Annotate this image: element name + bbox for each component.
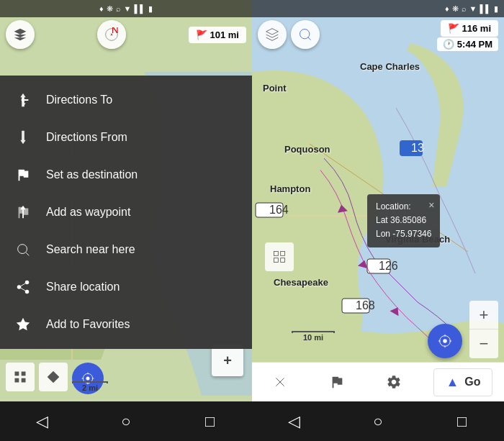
settings-toolbar-button[interactable]	[377, 365, 411, 399]
svg-point-20	[86, 377, 90, 381]
scale-bar-left: 2 mi	[72, 381, 108, 392]
status-bar-right: ♦ ❋ ⌕ ▼ ▌▌ ▮	[252, 0, 504, 17]
nav-bar-left: ◁ ○ □	[0, 401, 252, 441]
battery-icon: ▮	[148, 4, 153, 14]
map-grid-button[interactable]	[265, 242, 294, 271]
svg-text:164: 164	[269, 204, 289, 216]
clock-icon: 🕐	[443, 39, 454, 50]
layers-button-right[interactable]	[258, 20, 287, 49]
menu-item-add-favorites[interactable]: Add to Favorites	[0, 306, 252, 343]
recent-button-left[interactable]: □	[193, 404, 228, 439]
home-button-left[interactable]: ○	[109, 404, 143, 439]
location-button-right[interactable]	[428, 324, 462, 358]
set-destination-label: Set as destination	[46, 168, 138, 181]
svg-rect-19	[22, 378, 26, 383]
flag-icon-left: 🚩	[196, 29, 207, 40]
zoom-out-button-right[interactable]: −	[469, 329, 498, 358]
key-icon: ⌕	[116, 4, 121, 13]
layers-bottom-button[interactable]	[6, 363, 35, 391]
share-location-label: Share location	[46, 281, 120, 294]
menu-item-search-near[interactable]: Search near here	[0, 231, 252, 268]
add-favorites-icon	[14, 316, 32, 333]
distance-value-right: 116 mi	[462, 23, 491, 34]
battery-icon-right: ▮	[494, 4, 498, 14]
back-button-left[interactable]: ◁	[24, 404, 59, 439]
bluetooth-icon-right: ❋	[452, 4, 459, 14]
svg-text:168: 168	[356, 299, 375, 312]
svg-point-36	[300, 29, 310, 39]
svg-rect-16	[15, 372, 19, 376]
svg-line-14	[21, 288, 25, 291]
search-near-icon	[14, 241, 32, 258]
svg-rect-18	[15, 378, 19, 383]
time-value: 5:44 PM	[457, 39, 492, 50]
signal-icon-right: ▌▌	[480, 4, 491, 13]
directions-from-icon	[14, 129, 32, 146]
go-label: Go	[464, 376, 480, 388]
location-popup: × Location: Lat 36.85086 Lon -75.97346	[367, 194, 440, 247]
right-map-panel: 13 164 168 126 ♦ ❋ ⌕ ▼ ▌▌ ▮	[252, 0, 504, 441]
left-map-panel: ♦ ❋ ⌕ ▼ ▌▌ ▮ N 🚩 101 mi	[0, 0, 252, 441]
plus-icon-left: +	[223, 353, 232, 369]
status-bar-left: ♦ ❋ ⌕ ▼ ▌▌ ▮	[0, 0, 252, 17]
flag-toolbar-button[interactable]	[320, 365, 354, 399]
signal-icon: ▌▌	[134, 4, 145, 13]
svg-text:N: N	[112, 27, 119, 35]
bottom-toolbar-right: ▲ Go	[252, 362, 504, 401]
scale-text-left: 2 mi	[82, 383, 98, 392]
location-search-button[interactable]	[291, 20, 320, 49]
go-arrow-icon: ▲	[446, 375, 459, 390]
svg-point-42	[443, 339, 447, 343]
svg-line-10	[26, 253, 29, 255]
bluetooth-icon: ❋	[107, 4, 113, 14]
diamond-button[interactable]	[39, 363, 68, 391]
svg-line-15	[21, 283, 25, 286]
menu-item-set-destination[interactable]: Set as destination	[0, 156, 252, 194]
zoom-in-button-right[interactable]: +	[469, 301, 498, 329]
svg-text:126: 126	[379, 260, 398, 272]
scale-bar-right: 10 mi	[292, 331, 335, 342]
svg-rect-39	[281, 252, 285, 256]
context-menu: Directions To Directions From Set as des…	[0, 76, 252, 349]
back-button-right[interactable]: ◁	[276, 404, 311, 439]
wifi-icon: ▼	[124, 4, 132, 13]
top-bar-left: N 🚩 101 mi	[0, 17, 252, 52]
svg-point-13	[25, 290, 30, 294]
gps-icon: ♦	[99, 4, 104, 13]
menu-item-directions-to[interactable]: Directions To	[0, 81, 252, 119]
distance-badge-right: 🚩 116 mi	[441, 20, 498, 37]
svg-text:13: 13	[411, 142, 424, 154]
svg-point-12	[17, 285, 22, 289]
distance-badge-left: 🚩 101 mi	[189, 27, 246, 43]
add-waypoint-label: Add as waypoint	[46, 206, 130, 219]
zoom-in-button-left[interactable]: +	[212, 345, 243, 376]
time-badge: 🕐 5:44 PM	[437, 37, 498, 51]
search-near-label: Search near here	[46, 243, 135, 256]
svg-rect-40	[274, 258, 279, 263]
menu-item-directions-from[interactable]: Directions From	[0, 119, 252, 156]
svg-marker-8	[20, 131, 25, 144]
set-destination-icon	[14, 166, 32, 183]
key-icon-right: ⌕	[462, 4, 467, 13]
recent-button-right[interactable]: □	[445, 404, 480, 439]
location-lat: Lat 36.85086	[376, 214, 431, 227]
nav-bar-right: ◁ ○ □	[252, 401, 504, 441]
svg-rect-41	[281, 258, 285, 263]
menu-item-share-location[interactable]: Share location	[0, 268, 252, 306]
status-icons-right: ♦ ❋ ⌕ ▼ ▌▌ ▮	[445, 4, 498, 14]
status-icons-left: ♦ ❋ ⌕ ▼ ▌▌ ▮	[99, 4, 153, 14]
home-button-right[interactable]: ○	[361, 404, 395, 439]
compass-button[interactable]: N	[97, 20, 126, 49]
location-popup-close[interactable]: ×	[428, 197, 434, 213]
add-waypoint-icon	[14, 204, 32, 221]
location-title: Location:	[376, 200, 431, 214]
layers-button[interactable]	[6, 20, 35, 49]
distance-value-left: 101 mi	[210, 29, 239, 40]
directions-to-label: Directions To	[46, 94, 112, 106]
directions-to-icon	[14, 91, 32, 109]
svg-point-9	[18, 245, 27, 254]
menu-item-add-waypoint[interactable]: Add as waypoint	[0, 194, 252, 231]
go-button[interactable]: ▲ Go	[433, 368, 492, 396]
close-toolbar-button[interactable]	[263, 365, 297, 399]
top-controls-right	[258, 20, 320, 49]
